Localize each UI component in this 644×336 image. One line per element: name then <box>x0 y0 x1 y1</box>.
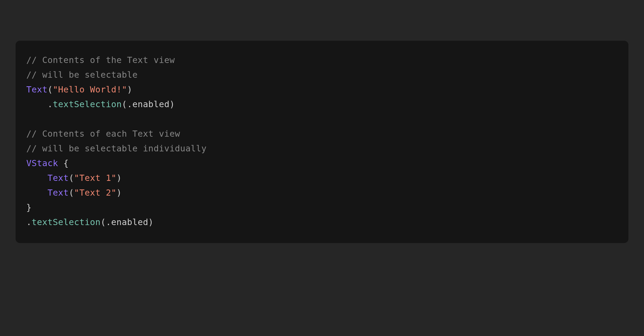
method-name: textSelection <box>53 99 122 109</box>
indent <box>26 188 47 198</box>
paren: ( <box>101 217 106 227</box>
method-name: textSelection <box>32 217 101 227</box>
dot: . <box>47 99 53 109</box>
paren: ( <box>69 188 74 198</box>
code-block[interactable]: // Contents of the Text view // will be … <box>16 41 628 243</box>
code-line-4: .textSelection(.enabled) <box>26 97 618 112</box>
code-line-2: // will be selectable <box>26 68 618 82</box>
string-literal: "Text 1" <box>74 173 116 183</box>
argument: .enabled <box>127 99 170 109</box>
code-line-9: Text("Text 2") <box>26 185 618 200</box>
code-line-10: } <box>26 200 618 215</box>
brace: } <box>26 202 32 212</box>
code-line-11: .textSelection(.enabled) <box>26 215 618 230</box>
comment-text: // will be selectable <box>26 70 138 80</box>
paren: ( <box>47 84 53 95</box>
code-line-3: Text("Hello World!") <box>26 82 618 97</box>
paren: ) <box>116 188 122 198</box>
type-identifier: Text <box>26 84 47 95</box>
type-identifier: VStack <box>26 158 58 168</box>
code-line-6: // will be selectable individually <box>26 141 618 156</box>
paren: ) <box>148 217 154 227</box>
brace: { <box>58 158 69 168</box>
paren: ( <box>69 173 74 183</box>
paren: ( <box>122 99 127 109</box>
indent <box>26 99 47 109</box>
string-literal: "Hello World!" <box>53 84 127 95</box>
paren: ) <box>127 84 133 95</box>
argument: .enabled <box>106 217 148 227</box>
code-line-8: Text("Text 1") <box>26 171 618 185</box>
string-literal: "Text 2" <box>74 188 116 198</box>
comment-text: // will be selectable individually <box>26 143 207 154</box>
comment-text: // Contents of the Text view <box>26 55 175 65</box>
type-identifier: Text <box>47 173 69 183</box>
paren: ) <box>116 173 122 183</box>
code-line-blank <box>26 112 618 126</box>
type-identifier: Text <box>47 188 69 198</box>
indent <box>26 173 47 183</box>
code-line-1: // Contents of the Text view <box>26 53 618 68</box>
comment-text: // Contents of each Text view <box>26 129 180 139</box>
code-line-5: // Contents of each Text view <box>26 126 618 141</box>
paren: ) <box>170 99 175 109</box>
dot: . <box>26 217 32 227</box>
code-line-7: VStack { <box>26 156 618 171</box>
